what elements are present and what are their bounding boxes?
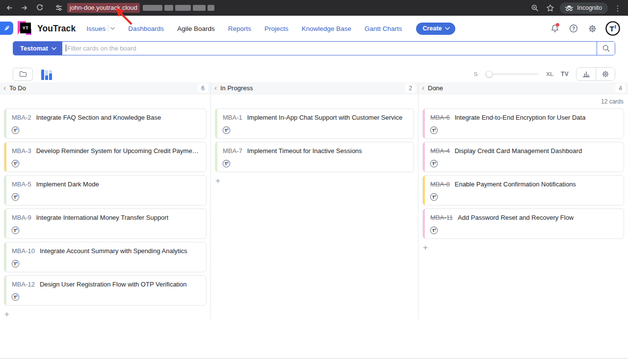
issue-card-mba-10[interactable]: MBA-10 Integrate Account Summary with Sp… — [4, 242, 207, 272]
nav-item-dashboards[interactable]: Dashboards — [128, 25, 164, 32]
assignee-avatar[interactable]: T — [11, 159, 20, 168]
column-count-badge: 6 — [198, 83, 208, 93]
svg-text:?: ? — [572, 26, 575, 31]
nav-item-issues[interactable]: Issues — [86, 25, 115, 32]
card-id[interactable]: MBA-9 — [12, 214, 31, 221]
card-top-row: MBA-10 Integrate Account Summary with Sp… — [12, 247, 200, 255]
nav-item-agile-boards[interactable]: Agile Boards — [177, 25, 215, 32]
browser-back-button[interactable] — [4, 2, 15, 13]
browser-menu-button[interactable]: ⋮ — [612, 2, 623, 13]
chart-bar-icon — [45, 70, 48, 80]
column-title: Done — [428, 84, 443, 92]
card-title: Develop Reminder System for Upcoming Cre… — [36, 147, 200, 155]
slider-knob[interactable] — [486, 71, 493, 78]
user-avatar[interactable]: T — [605, 21, 620, 36]
assignee-avatar[interactable]: T — [430, 126, 438, 134]
column-count-badge: 4 — [615, 83, 626, 93]
notification-dot — [556, 23, 559, 26]
zoom-page-button[interactable] — [529, 2, 540, 13]
issue-card-mba-8[interactable]: MBA-8 Enable Payment Confirmation Notifi… — [422, 175, 624, 206]
nav-item-gantt-charts[interactable]: Gantt Charts — [365, 25, 402, 32]
help-button[interactable]: ? — [568, 23, 579, 34]
card-top-row: MBA-8 Enable Payment Confirmation Notifi… — [430, 181, 618, 188]
issue-card-mba-4[interactable]: MBA-4 Display Credit Card Management Das… — [422, 142, 624, 172]
assignee-avatar[interactable]: T — [222, 126, 231, 134]
notifications-button[interactable] — [550, 23, 560, 34]
issue-card-mba-5[interactable]: MBA-5 Implement Dark Mode T — [4, 175, 207, 206]
assignee-avatar[interactable]: T — [11, 260, 20, 268]
issue-card-mba-12[interactable]: MBA-12 Design User Registration Flow wit… — [4, 275, 207, 306]
assignee-avatar[interactable]: T — [11, 193, 20, 201]
issue-card-mba-11[interactable]: MBA-11 Add Password Reset and Recovery F… — [422, 208, 624, 239]
issue-card-mba-9[interactable]: MBA-9 Integrate International Money Tran… — [4, 208, 207, 239]
issue-card-mba-7[interactable]: MBA-7 Implement Timeout for Inactive Ses… — [215, 142, 414, 172]
search-button[interactable] — [597, 42, 615, 55]
card-id[interactable]: MBA-8 — [430, 181, 450, 188]
bookmark-star-button[interactable] — [545, 2, 555, 13]
column-header: ‹ Done 4 — [419, 82, 628, 94]
assignee-avatar[interactable]: T — [430, 226, 438, 234]
board-settings-button[interactable] — [596, 68, 615, 80]
chart-view-toggle[interactable] — [41, 68, 55, 80]
settings-button[interactable] — [587, 23, 598, 34]
card-priority-stripe — [423, 142, 425, 172]
card-id[interactable]: MBA-4 — [430, 147, 450, 155]
issue-card-mba-3[interactable]: MBA-3 Develop Reminder System for Upcomi… — [4, 142, 207, 172]
card-id[interactable]: MBA-1 — [223, 114, 242, 121]
card-top-row: MBA-3 Develop Reminder System for Upcomi… — [12, 147, 200, 155]
tv-mode-button[interactable]: TV — [561, 71, 569, 78]
card-id[interactable]: MBA-3 — [12, 147, 31, 155]
board-selector-button[interactable]: Testomat — [13, 42, 62, 55]
card-size-slider[interactable] — [485, 71, 539, 78]
card-title: Display Credit Card Management Dashboard — [455, 147, 582, 155]
reload-icon — [36, 4, 44, 12]
card-id[interactable]: MBA-2 — [12, 114, 31, 121]
extension-quill-button[interactable] — [0, 22, 13, 35]
assignee-avatar[interactable]: T — [430, 193, 438, 201]
assignee-avatar[interactable]: T — [430, 159, 438, 168]
add-card-button[interactable]: + — [4, 310, 13, 319]
board-toolbar: S XL TV — [13, 67, 615, 81]
avatar-monogram-icon: T — [430, 226, 438, 234]
collapse-column-button[interactable]: ‹ — [214, 84, 217, 91]
assignee-avatar[interactable]: T — [222, 159, 231, 168]
card-top-row: MBA-7 Implement Timeout for Inactive Ses… — [223, 147, 408, 155]
card-id[interactable]: MBA-11 — [430, 214, 453, 221]
collapse-column-button[interactable]: ‹ — [3, 84, 6, 91]
browser-forward-button[interactable] — [19, 2, 30, 13]
card-size-max-label: XL — [546, 71, 553, 77]
nav-item-reports[interactable]: Reports — [228, 25, 251, 32]
add-card-button[interactable]: + — [215, 177, 224, 185]
card-priority-stripe — [4, 142, 6, 172]
card-top-row: MBA-1 Implement In-App Chat Support with… — [223, 114, 408, 121]
add-card-button[interactable]: + — [423, 243, 432, 252]
issue-card-mba-1[interactable]: MBA-1 Implement In-App Chat Support with… — [215, 108, 414, 139]
filter-cards-input[interactable] — [62, 42, 597, 55]
card-id[interactable]: MBA-5 — [12, 181, 31, 188]
nav-item-projects[interactable]: Projects — [264, 25, 288, 32]
assignee-avatar[interactable]: T — [11, 293, 20, 301]
issue-card-mba-2[interactable]: MBA-2 Integrate FAQ Section and Knowledg… — [4, 108, 207, 139]
card-id[interactable]: MBA-10 — [12, 247, 35, 255]
avatar-monogram-icon: T — [605, 21, 620, 36]
burndown-chart-button[interactable] — [576, 68, 596, 80]
browser-reload-button[interactable] — [34, 2, 45, 13]
assignee-avatar[interactable]: T — [11, 226, 20, 234]
card-id[interactable]: MBA-7 — [223, 147, 242, 155]
create-button[interactable]: Create — [416, 23, 455, 35]
browser-chrome: john-doe.youtrack.cloud Incognito ⋮ — [0, 0, 628, 16]
product-name: YouTrack — [37, 24, 76, 34]
nav-item-knowledge-base[interactable]: Knowledge Base — [302, 25, 351, 32]
slider-track[interactable] — [485, 74, 539, 75]
card-top-row: MBA-9 Integrate International Money Tran… — [12, 214, 200, 221]
issue-card-mba-6[interactable]: MBA-6 Integrate End-to-End Encryption fo… — [422, 108, 624, 139]
nav-item-label: Gantt Charts — [365, 25, 402, 32]
nav-item-dropdown[interactable] — [108, 25, 115, 32]
card-id[interactable]: MBA-12 — [12, 281, 35, 288]
site-settings-button[interactable] — [53, 2, 64, 13]
collapse-column-button[interactable]: ‹ — [422, 84, 424, 91]
card-id[interactable]: MBA-6 — [430, 114, 450, 121]
filter-input-wrap — [62, 42, 597, 55]
saved-boards-button[interactable] — [13, 68, 33, 81]
assignee-avatar[interactable]: T — [11, 126, 20, 134]
